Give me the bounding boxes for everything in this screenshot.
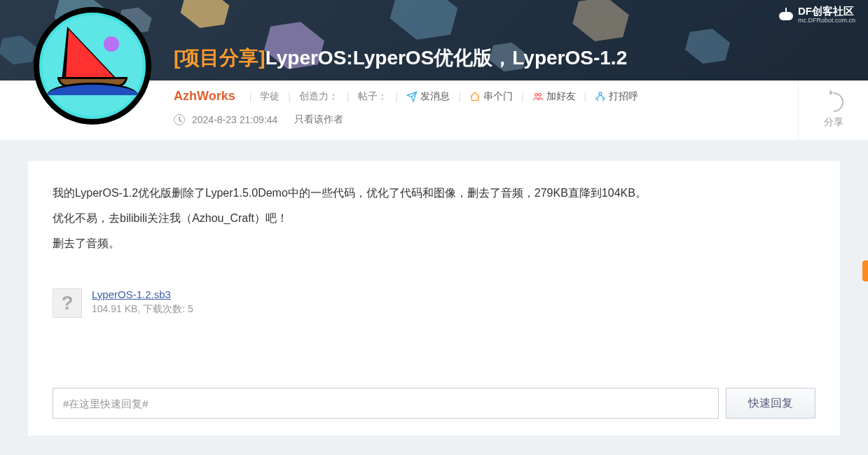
- wave-icon: [595, 91, 606, 102]
- post-timestamp: 2024-8-23 21:09:44: [192, 114, 277, 125]
- reply-input[interactable]: [53, 388, 719, 419]
- reply-button[interactable]: 快速回复: [726, 388, 815, 419]
- post-info-bar: AzhWorks | 学徒 | 创造力： | 帖子： | 发消息 | 串个门 |…: [0, 80, 868, 140]
- share-label: 分享: [824, 116, 843, 129]
- scroll-indicator: [862, 260, 868, 281]
- creativity-label: 创造力：: [299, 90, 338, 103]
- attachment-block: ? LyperOS-1.2.sb3 104.91 KB, 下载次数: 5: [53, 288, 815, 318]
- share-button[interactable]: 分享: [798, 80, 868, 140]
- add-friend-link[interactable]: 加好友: [532, 90, 576, 103]
- brand-url: mc.DFRobot.com.cn: [798, 18, 855, 24]
- send-icon: [406, 91, 418, 102]
- share-icon: [820, 88, 848, 116]
- friends-icon: [532, 91, 544, 102]
- file-icon: ?: [53, 288, 82, 318]
- post-meta: AzhWorks | 学徒 | 创造力： | 帖子： | 发消息 | 串个门 |…: [174, 80, 798, 140]
- post-title: [项目分享]LyperOS:LyperOS优化版，LyperOS-1.2: [174, 45, 627, 71]
- svg-point-1: [538, 93, 541, 96]
- post-body: 我的LyperOS-1.2优化版删除了Lyper1.5.0Demo中的一些代码，…: [53, 182, 815, 255]
- author-name[interactable]: AzhWorks: [174, 89, 235, 104]
- author-avatar[interactable]: [34, 7, 151, 125]
- body-line: 删去了音频。: [53, 232, 815, 255]
- attachment-link[interactable]: LyperOS-1.2.sb3: [92, 288, 193, 300]
- author-rank: 学徒: [260, 90, 280, 103]
- svg-point-0: [535, 93, 537, 96]
- greet-link[interactable]: 打招呼: [595, 90, 638, 103]
- visit-profile-link[interactable]: 串个门: [469, 90, 513, 103]
- body-line: 我的LyperOS-1.2优化版删除了Lyper1.5.0Demo中的一些代码，…: [53, 182, 815, 204]
- send-message-link[interactable]: 发消息: [406, 90, 450, 103]
- quick-reply-bar: 快速回复: [53, 388, 815, 419]
- body-line: 优化不易，去bilibili关注我（Azhou_Craft）吧！: [53, 207, 815, 230]
- only-author-link[interactable]: 只看该作者: [294, 113, 343, 126]
- site-logo[interactable]: DF创客社区 mc.DFRobot.com.cn: [778, 6, 855, 24]
- brand-name: DF创客社区: [798, 6, 855, 16]
- robot-icon: [778, 9, 794, 20]
- post-content: 我的LyperOS-1.2优化版删除了Lyper1.5.0Demo中的一些代码，…: [28, 161, 840, 435]
- svg-point-2: [599, 92, 602, 95]
- house-icon: [469, 91, 481, 102]
- clock-icon: [174, 114, 185, 125]
- post-category: [项目分享]: [174, 47, 266, 69]
- post-title-text: LyperOS:LyperOS优化版，LyperOS-1.2: [266, 47, 628, 69]
- posts-label: 帖子：: [358, 90, 387, 103]
- attachment-meta: 104.91 KB, 下载次数: 5: [92, 303, 193, 316]
